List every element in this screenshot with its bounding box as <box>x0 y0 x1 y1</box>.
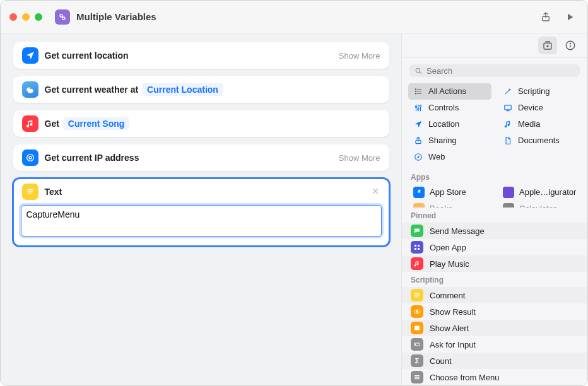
action-get-current-song[interactable]: Get Current Song <box>13 110 389 137</box>
search-field[interactable] <box>409 64 580 77</box>
svg-rect-41 <box>415 326 420 330</box>
share-icon <box>413 136 423 146</box>
run-button[interactable] <box>561 8 579 26</box>
safari-icon <box>413 152 423 162</box>
category-grid: All Actions Scripting Controls Device Lo… <box>402 82 587 169</box>
show-more-button[interactable]: Show More <box>339 153 380 163</box>
variable-token-current-location[interactable]: Current Location <box>142 83 223 96</box>
svg-point-26 <box>418 108 419 109</box>
category-all-actions[interactable]: All Actions <box>408 83 491 100</box>
svg-rect-36 <box>418 248 420 250</box>
sidebar-toolbar <box>402 33 587 58</box>
workflow-canvas[interactable]: Get current location Show More Get curre… <box>1 33 402 385</box>
action-row-choose-from-menu[interactable]: Choose from Menu <box>402 369 587 385</box>
app-icon <box>503 203 514 208</box>
input-icon <box>411 338 423 351</box>
share-button[interactable] <box>537 8 555 26</box>
section-label-apps: Apps <box>402 169 587 184</box>
action-title: Get current weather at Current Location <box>45 83 223 96</box>
action-text[interactable]: Text <box>13 178 389 246</box>
doc-icon <box>503 136 513 146</box>
action-title: Get current IP address <box>45 153 139 163</box>
message-icon <box>411 225 423 237</box>
category-location[interactable]: Location <box>408 116 491 132</box>
minimize-window-button[interactable] <box>22 13 30 21</box>
svg-point-15 <box>416 68 420 73</box>
svg-point-19 <box>415 91 416 91</box>
action-row-play-music[interactable]: Play Music <box>402 255 587 272</box>
menu-icon <box>411 371 423 383</box>
svg-rect-29 <box>505 105 512 110</box>
action-row-ask-for-input[interactable]: Ask for Input <box>402 336 587 353</box>
category-device[interactable]: Device <box>498 100 581 116</box>
zoom-window-button[interactable] <box>35 13 42 21</box>
svg-rect-33 <box>415 245 416 247</box>
nav-icon <box>413 119 423 129</box>
action-row-count[interactable]: ΣCount <box>402 353 587 369</box>
content: Get current location Show More Get curre… <box>1 33 587 385</box>
action-row-show-alert[interactable]: Show Alert <box>402 320 587 336</box>
action-row-show-result[interactable]: Show Result <box>402 303 587 320</box>
app-window: Multiple Variables Get current location … <box>0 0 588 386</box>
text-action-input[interactable] <box>21 205 382 237</box>
action-title: Text <box>45 187 62 197</box>
app-icon <box>413 187 425 198</box>
lines-icon <box>411 289 423 301</box>
sigma-icon: Σ <box>411 354 423 367</box>
equalizer-icon <box>413 103 423 113</box>
action-get-current-ip[interactable]: Get current IP address Show More <box>13 144 389 171</box>
action-row-comment[interactable]: Comment <box>402 287 587 303</box>
titlebar: Multiple Variables <box>1 1 587 33</box>
svg-rect-42 <box>415 343 420 346</box>
eye-icon <box>411 305 423 318</box>
shortcut-icon <box>55 9 70 25</box>
note-icon <box>503 119 513 129</box>
weather-icon <box>22 81 38 98</box>
text-icon <box>22 184 38 200</box>
svg-point-5 <box>26 155 33 161</box>
actions-sidebar: All Actions Scripting Controls Device Lo… <box>402 33 587 385</box>
category-web[interactable]: Web <box>408 149 491 165</box>
svg-point-21 <box>415 93 416 94</box>
section-label-pinned: Pinned <box>402 208 587 223</box>
search-icon <box>415 67 423 75</box>
svg-point-4 <box>29 156 32 159</box>
library-button[interactable] <box>538 37 557 54</box>
show-more-button[interactable]: Show More <box>339 51 380 61</box>
list-icon <box>413 86 423 96</box>
category-media[interactable]: Media <box>498 116 581 132</box>
action-title: Get Current Song <box>45 117 130 130</box>
display-icon <box>503 103 513 113</box>
action-row-send-message[interactable]: Send Message <box>402 223 587 239</box>
category-sharing[interactable]: Sharing <box>408 132 491 149</box>
category-controls[interactable]: Controls <box>408 100 491 116</box>
variable-token-current-song[interactable]: Current Song <box>63 117 129 130</box>
grid-icon <box>411 241 423 254</box>
app-item[interactable]: Books <box>408 201 491 208</box>
close-window-button[interactable] <box>9 13 17 21</box>
action-row-open-app[interactable]: Open App <box>402 239 587 255</box>
svg-rect-35 <box>415 248 416 250</box>
svg-point-14 <box>570 44 570 44</box>
category-scripting[interactable]: Scripting <box>498 83 581 100</box>
ip-icon <box>22 149 38 166</box>
app-icon <box>413 203 425 208</box>
app-icon <box>503 187 514 198</box>
app-item[interactable]: App Store <box>408 184 491 201</box>
info-button[interactable] <box>561 37 580 54</box>
action-get-current-weather[interactable]: Get current weather at Current Location <box>13 76 389 103</box>
window-title: Multiple Variables <box>76 11 156 22</box>
scripting-list: Comment Show Result Show Alert Ask for I… <box>402 287 587 385</box>
app-item[interactable]: Calculator <box>498 201 581 208</box>
music-icon <box>22 115 38 132</box>
action-get-current-location[interactable]: Get current location Show More <box>13 42 389 69</box>
svg-point-28 <box>420 105 421 107</box>
pinned-list: Send Message Open App Play Music <box>402 223 587 272</box>
location-arrow-icon <box>22 47 38 64</box>
alert-icon <box>411 322 423 334</box>
remove-action-button[interactable] <box>370 187 380 197</box>
action-title: Get current location <box>45 50 129 61</box>
category-documents[interactable]: Documents <box>498 132 581 149</box>
app-item[interactable]: Apple…igurator <box>498 184 581 201</box>
search-input[interactable] <box>426 66 575 76</box>
